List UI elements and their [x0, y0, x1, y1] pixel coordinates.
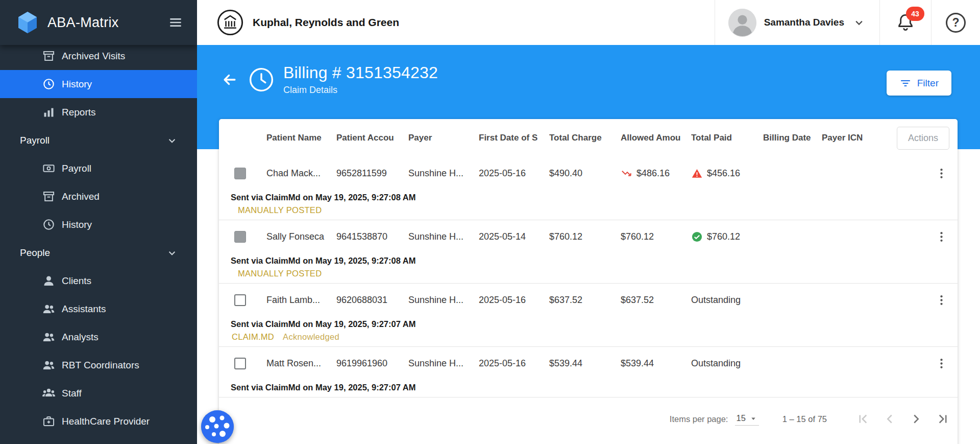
- cell-total-paid: $760.12: [691, 231, 763, 243]
- chevron-down-icon: [165, 134, 179, 147]
- row-checkbox[interactable]: [234, 231, 246, 243]
- chat-widget-button[interactable]: [201, 410, 234, 443]
- cell-first-date: 2025-05-16: [479, 358, 549, 369]
- row-checkbox[interactable]: [234, 358, 246, 369]
- cell-patient-account: 9619961960: [336, 358, 408, 369]
- table-row: Faith Lamb... 9620688031 Sunshine H... 2…: [219, 284, 958, 347]
- user-name: Samantha Davies: [764, 17, 844, 28]
- sidebar-item-label: Reports: [62, 107, 96, 118]
- cell-patient-account: 9641538870: [336, 231, 408, 242]
- sidebar-item-label: Assistants: [62, 303, 106, 315]
- cell-total-charge: $760.12: [549, 231, 621, 242]
- sidebar-item-label: RBT Coordinators: [62, 360, 139, 371]
- cell-patient-account: 9620688031: [336, 295, 408, 306]
- sidebar-item-label: Payroll: [62, 163, 91, 174]
- notifications-button[interactable]: 43: [880, 0, 931, 45]
- cell-first-date: 2025-05-16: [479, 168, 549, 179]
- sidebar-item-payroll-history[interactable]: History: [0, 211, 197, 239]
- actions-button[interactable]: Actions: [897, 127, 949, 150]
- sidebar-item-clients[interactable]: Clients: [0, 267, 197, 295]
- table-row-main: Chad Mack... 9652811599 Sunshine H... 20…: [219, 157, 958, 190]
- sidebar-item-label: History: [62, 219, 92, 230]
- page-range-label: 1 – 15 of 75: [782, 414, 827, 424]
- kebab-menu-icon[interactable]: [935, 357, 948, 370]
- page-size-select[interactable]: 15: [735, 412, 758, 426]
- col-actions: Actions: [897, 127, 958, 150]
- table-row-main: Sally Fonseca 9641538870 Sunshine H... 2…: [219, 220, 958, 253]
- chevron-down-icon: [165, 246, 179, 260]
- cell-allowed-amount: $539.44: [621, 358, 691, 369]
- last-page-button[interactable]: [935, 411, 950, 427]
- sidebar-item-reports[interactable]: Reports: [0, 98, 197, 126]
- cell-payer: Sunshine H...: [408, 358, 479, 369]
- people-icon: [42, 358, 56, 372]
- user-menu[interactable]: Samantha Davies: [715, 0, 879, 45]
- cell-total-paid: $456.16: [691, 168, 763, 179]
- col-patient-name: Patient Name: [266, 133, 336, 143]
- people-icon: [42, 302, 56, 316]
- sidebar-item-label: Staff: [62, 388, 82, 399]
- sidebar-nav: Archived Visits History Reports Payroll …: [0, 42, 197, 444]
- next-page-button[interactable]: [909, 411, 924, 427]
- trending-down-icon: [621, 168, 632, 179]
- row-checkbox[interactable]: [234, 294, 246, 306]
- cell-allowed-amount: $637.52: [621, 295, 691, 306]
- sidebar-item-rbt-coordinators[interactable]: RBT Coordinators: [0, 351, 197, 379]
- sidebar-item-analysts[interactable]: Analysts: [0, 323, 197, 351]
- table-row: Sally Fonseca 9641538870 Sunshine H... 2…: [219, 220, 958, 284]
- cell-patient-account: 9652811599: [336, 168, 408, 179]
- posting-status: MANUALLY POSTED: [219, 269, 958, 278]
- cell-checkbox: [219, 231, 266, 243]
- history-icon: [42, 218, 56, 231]
- sidebar-section-payroll[interactable]: Payroll: [0, 126, 197, 154]
- billing-title-group: Billing # 3151354232 Claim Details: [221, 63, 438, 96]
- main-area: Kuphal, Reynolds and Green Samantha Davi…: [197, 0, 980, 444]
- claims-table-card: Patient Name Patient Accou Payer First D…: [219, 119, 958, 444]
- kebab-menu-icon[interactable]: [935, 167, 948, 180]
- sidebar-item-healthcare-provider[interactable]: HealthCare Provider: [0, 407, 197, 435]
- cell-checkbox: [219, 294, 266, 306]
- table-row-main: Matt Rosen... 9619961960 Sunshine H... 2…: [219, 347, 958, 380]
- sidebar-header: ABA-Matrix: [0, 0, 197, 45]
- aba-matrix-logo-icon: [15, 10, 40, 35]
- sidebar: ABA-Matrix Archived Visits History Repor…: [0, 0, 197, 444]
- menu-icon[interactable]: [167, 14, 184, 31]
- sidebar-item-label: Analysts: [62, 332, 99, 343]
- col-total-charge: Total Charge: [549, 133, 621, 143]
- allowed-amount-value: $486.16: [636, 168, 670, 179]
- sidebar-item-archived-visits[interactable]: Archived Visits: [0, 42, 197, 70]
- sidebar-item-label: Clients: [62, 275, 91, 287]
- cell-total-charge: $539.44: [549, 358, 621, 369]
- sidebar-item-history[interactable]: History: [0, 70, 197, 98]
- cell-actions: [897, 230, 958, 244]
- previous-page-button[interactable]: [882, 411, 897, 427]
- filter-button[interactable]: Filter: [887, 71, 951, 96]
- sidebar-item-label: History: [62, 79, 92, 90]
- cell-total-paid: Outstanding: [691, 295, 763, 306]
- sidebar-section-people[interactable]: People: [0, 239, 197, 267]
- sidebar-item-assistants[interactable]: Assistants: [0, 295, 197, 323]
- topbar: Kuphal, Reynolds and Green Samantha Davi…: [197, 0, 980, 45]
- cell-first-date: 2025-05-14: [479, 231, 549, 242]
- page-size-value: 15: [736, 413, 745, 423]
- sidebar-item-archived[interactable]: Archived: [0, 182, 197, 211]
- col-total-paid: Total Paid: [691, 133, 763, 143]
- sidebar-item-label: HealthCare Provider: [62, 416, 150, 427]
- first-page-button[interactable]: [855, 411, 871, 427]
- filter-label: Filter: [917, 78, 939, 89]
- back-arrow-icon[interactable]: [221, 71, 238, 88]
- col-billing-date: Billing Date: [763, 133, 822, 143]
- kebab-menu-icon[interactable]: [935, 230, 948, 244]
- avatar: [728, 9, 756, 37]
- sidebar-item-label: Archived: [62, 191, 100, 202]
- cell-actions: [897, 357, 958, 370]
- row-checkbox[interactable]: [234, 168, 246, 179]
- table-row: Matt Rosen... 9619961960 Sunshine H... 2…: [219, 347, 958, 398]
- app-root: ABA-Matrix Archived Visits History Repor…: [0, 0, 980, 444]
- kebab-menu-icon[interactable]: [935, 293, 948, 307]
- help-button[interactable]: ?: [932, 0, 980, 45]
- payments-icon: [42, 161, 56, 175]
- sidebar-item-staff[interactable]: Staff: [0, 379, 197, 407]
- cell-patient-name: Chad Mack...: [266, 168, 336, 179]
- sidebar-item-payroll[interactable]: Payroll: [0, 154, 197, 182]
